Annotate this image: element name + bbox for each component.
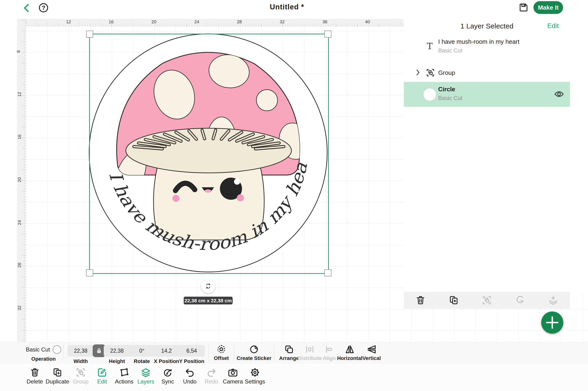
resize-handle-bottom-left[interactable]	[86, 269, 93, 277]
resize-handle-top-right[interactable]	[324, 31, 332, 38]
edit-pencil-icon	[97, 367, 107, 378]
svg-text:T: T	[427, 41, 433, 51]
edit-layers-link[interactable]: Edit	[547, 22, 559, 30]
layer-row-text[interactable]: T I have mush-room in my heart Basic Cut	[404, 36, 570, 62]
settings-gear-icon	[250, 367, 260, 378]
actions-icon	[119, 367, 130, 378]
flip-vertical-button[interactable]: Vertical	[359, 344, 384, 361]
layer-type: Basic Cut	[438, 95, 462, 101]
save-icon[interactable]	[518, 2, 529, 13]
selection-bounding-box[interactable]	[89, 34, 329, 274]
make-it-button[interactable]: Make It	[533, 1, 563, 14]
visibility-eye-icon[interactable]	[554, 89, 564, 99]
align-icon	[324, 344, 335, 355]
operation-label: Operation	[22, 356, 65, 362]
redo-icon	[206, 367, 217, 378]
rotate-handle[interactable]	[201, 279, 215, 293]
layer-row-group[interactable]: Group	[404, 66, 570, 80]
resize-handle-bottom-right[interactable]	[324, 269, 332, 277]
offset-icon	[216, 344, 227, 355]
delete-icon[interactable]	[415, 295, 426, 306]
rotate-icon	[204, 282, 212, 290]
svg-text:?: ?	[42, 4, 45, 11]
layer-name: Circle	[438, 86, 462, 93]
back-icon[interactable]	[22, 3, 32, 13]
create-sticker-icon	[249, 344, 259, 355]
operation-selector[interactable]: Basic Cut Operation	[22, 345, 65, 362]
arrange-icon	[284, 344, 294, 355]
settings-button[interactable]: Settings	[242, 367, 268, 385]
delete-icon	[29, 367, 40, 378]
distribute-icon	[304, 344, 315, 355]
group-icon	[425, 68, 435, 78]
text-layer-icon: T	[424, 41, 435, 52]
circle-thumbnail	[423, 88, 436, 101]
delete-button[interactable]: Delete	[22, 367, 48, 385]
attach-icon	[515, 295, 525, 306]
layers-icon	[140, 367, 151, 378]
flip-vertical-icon	[366, 344, 377, 355]
chevron-right-icon[interactable]	[414, 68, 422, 77]
plus-icon	[552, 316, 553, 329]
width-field[interactable]: 22,38 Width	[65, 345, 96, 364]
layer-name: I have mush-room in my heart	[438, 38, 519, 45]
layer-type: Basic Cut	[438, 47, 519, 54]
layers-panel-header: 1 Layer Selected	[404, 22, 570, 30]
group-icon	[75, 367, 86, 378]
layer-name: Group	[438, 69, 455, 77]
selection-size-label: 22,38 cm x 22,38 cm	[184, 297, 233, 304]
flatten-icon	[548, 295, 559, 306]
camera-icon	[227, 367, 238, 378]
layers-panel: 1 Layer Selected Edit T I have mush-room…	[404, 15, 588, 292]
duplicate-icon	[52, 367, 63, 378]
group-icon	[482, 295, 492, 306]
duplicate-icon[interactable]	[448, 295, 459, 306]
bottom-toolbar: Delete Duplicate Group Edit Actions Laye…	[0, 364, 588, 391]
layer-row-circle-selected[interactable]: Circle Basic Cut	[404, 82, 570, 107]
layer-actions-bar	[404, 292, 570, 309]
design-space-app: ? Untitled * Make It 8 12 16 20 24 28 32…	[0, 0, 588, 391]
color-swatch[interactable]	[53, 345, 61, 354]
sync-icon	[162, 367, 173, 378]
resize-handle-top-left[interactable]	[86, 31, 93, 38]
operation-value: Basic Cut	[26, 346, 50, 353]
create-sticker-button[interactable]: Create Sticker	[235, 344, 273, 361]
properties-bar: Basic Cut Operation 22,38 Width 22,38 He…	[0, 342, 588, 364]
flip-horizontal-icon	[344, 344, 355, 355]
top-bar: ? Untitled * Make It	[0, 0, 588, 15]
offset-button[interactable]: Offset	[210, 344, 233, 361]
add-button[interactable]	[541, 311, 563, 334]
page-title: Untitled *	[247, 3, 327, 11]
help-icon[interactable]: ?	[38, 2, 49, 13]
undo-icon	[184, 367, 195, 378]
y-position-field[interactable]: 6,54 Y Position	[176, 345, 207, 364]
duplicate-button[interactable]: Duplicate	[44, 367, 70, 385]
